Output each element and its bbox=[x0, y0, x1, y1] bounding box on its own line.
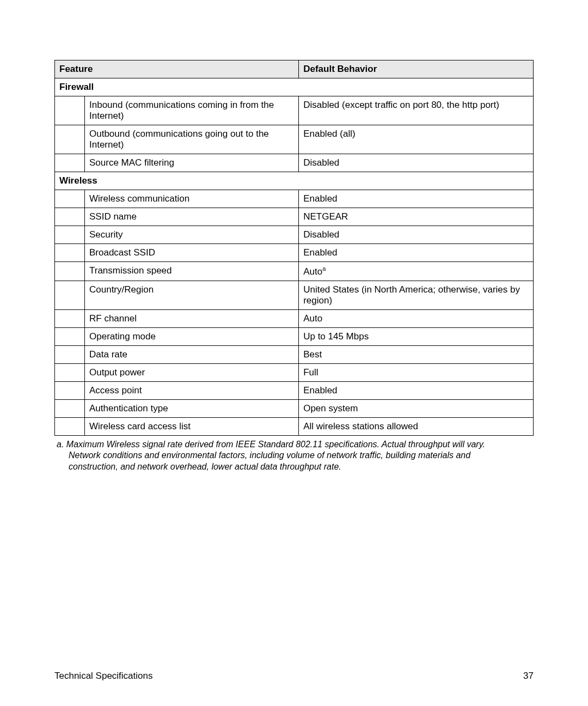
feature-cell: Wireless card access list bbox=[85, 417, 299, 435]
indent-cell bbox=[55, 125, 85, 154]
indent-cell bbox=[55, 417, 85, 435]
table-row: RF channel Auto bbox=[55, 309, 534, 327]
table-row: Transmission speed Autoa bbox=[55, 262, 534, 281]
table-row: Outbound (communications going out to th… bbox=[55, 125, 534, 154]
feature-cell: Operating mode bbox=[85, 327, 299, 345]
feature-cell: Authentication type bbox=[85, 399, 299, 417]
indent-cell bbox=[55, 96, 85, 125]
table-row: Authentication type Open system bbox=[55, 399, 534, 417]
value-cell: Enabled (all) bbox=[299, 125, 534, 154]
value-cell: Open system bbox=[299, 399, 534, 417]
table-row: Inbound (communications coming in from t… bbox=[55, 96, 534, 125]
table-row: Wireless communication Enabled bbox=[55, 190, 534, 208]
indent-cell bbox=[55, 309, 85, 327]
footnote-marker: a. bbox=[57, 440, 64, 449]
indent-cell bbox=[55, 244, 85, 262]
table-row: Wireless card access list All wireless s… bbox=[55, 417, 534, 435]
indent-cell bbox=[55, 226, 85, 244]
header-feature: Feature bbox=[55, 60, 299, 78]
table-row: Source MAC filtering Disabled bbox=[55, 154, 534, 172]
feature-cell: Broadcast SSID bbox=[85, 244, 299, 262]
specifications-table: Feature Default Behavior Firewall Inboun… bbox=[54, 60, 534, 436]
indent-cell bbox=[55, 381, 85, 399]
section-wireless: Wireless bbox=[55, 172, 534, 190]
feature-cell: Output power bbox=[85, 363, 299, 381]
value-cell: Enabled bbox=[299, 190, 534, 208]
value-cell: Autoa bbox=[299, 262, 534, 281]
page-footer: Technical Specifications 37 bbox=[54, 671, 534, 681]
indent-cell bbox=[55, 399, 85, 417]
value-cell: Disabled bbox=[299, 154, 534, 172]
indent-cell bbox=[55, 208, 85, 226]
value-cell: Best bbox=[299, 345, 534, 363]
value-cell: Disabled (except traffic on port 80, the… bbox=[299, 96, 534, 125]
footer-left: Technical Specifications bbox=[54, 671, 152, 681]
feature-cell: SSID name bbox=[85, 208, 299, 226]
table-row: Security Disabled bbox=[55, 226, 534, 244]
table-row: Access point Enabled bbox=[55, 381, 534, 399]
indent-cell bbox=[55, 363, 85, 381]
feature-cell: Country/Region bbox=[85, 281, 299, 309]
table-row: Country/Region United States (in North A… bbox=[55, 281, 534, 309]
value-cell: NETGEAR bbox=[299, 208, 534, 226]
feature-cell: Wireless communication bbox=[85, 190, 299, 208]
value-cell: Enabled bbox=[299, 381, 534, 399]
table-row: Data rate Best bbox=[55, 345, 534, 363]
feature-cell: RF channel bbox=[85, 309, 299, 327]
feature-cell: Security bbox=[85, 226, 299, 244]
footnote-line3: construction, and network overhead, lowe… bbox=[57, 461, 534, 473]
indent-cell bbox=[55, 190, 85, 208]
feature-cell: Outbound (communications going out to th… bbox=[85, 125, 299, 154]
value-cell: Enabled bbox=[299, 244, 534, 262]
header-default: Default Behavior bbox=[299, 60, 534, 78]
value-cell: Full bbox=[299, 363, 534, 381]
value-cell: Disabled bbox=[299, 226, 534, 244]
feature-cell: Source MAC filtering bbox=[85, 154, 299, 172]
value-cell: Auto bbox=[299, 309, 534, 327]
indent-cell bbox=[55, 327, 85, 345]
indent-cell bbox=[55, 281, 85, 309]
footnote-line1: Maximum Wireless signal rate derived fro… bbox=[66, 440, 485, 449]
footer-page: 37 bbox=[523, 671, 534, 681]
table-row: Output power Full bbox=[55, 363, 534, 381]
value-cell: United States (in North America; otherwi… bbox=[299, 281, 534, 309]
table-row: Operating mode Up to 145 Mbps bbox=[55, 327, 534, 345]
indent-cell bbox=[55, 345, 85, 363]
indent-cell bbox=[55, 154, 85, 172]
table-row: SSID name NETGEAR bbox=[55, 208, 534, 226]
feature-cell: Data rate bbox=[85, 345, 299, 363]
section-firewall: Firewall bbox=[55, 78, 534, 96]
feature-cell: Transmission speed bbox=[85, 262, 299, 281]
value-cell: All wireless stations allowed bbox=[299, 417, 534, 435]
feature-cell: Access point bbox=[85, 381, 299, 399]
footnote: a. Maximum Wireless signal rate derived … bbox=[54, 439, 534, 473]
indent-cell bbox=[55, 262, 85, 281]
value-cell: Up to 145 Mbps bbox=[299, 327, 534, 345]
footnote-line2: Network conditions and environmental fac… bbox=[57, 450, 534, 461]
table-row: Broadcast SSID Enabled bbox=[55, 244, 534, 262]
feature-cell: Inbound (communications coming in from t… bbox=[85, 96, 299, 125]
